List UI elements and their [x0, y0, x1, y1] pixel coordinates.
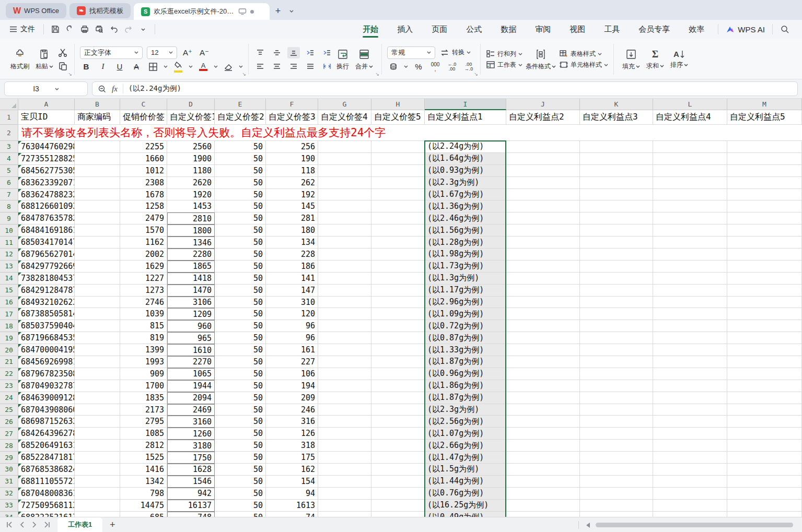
cell-J24[interactable] — [506, 392, 580, 404]
cell-K29[interactable] — [580, 452, 653, 464]
cell-C18[interactable]: 815 — [120, 320, 167, 332]
cell-I17[interactable]: (以1.09g为例) — [425, 308, 506, 320]
cell-A3[interactable]: 763044760298 — [18, 141, 75, 153]
cell-D34[interactable]: 748 — [167, 512, 215, 517]
cell-C12[interactable]: 2002 — [120, 249, 167, 261]
column-header-K[interactable]: K — [580, 99, 653, 110]
cell-J21[interactable] — [506, 356, 580, 368]
row-header-25[interactable]: 25 — [0, 404, 18, 416]
cell-M1[interactable]: 自定义利益点5 — [727, 110, 802, 125]
cell-J20[interactable] — [506, 344, 580, 356]
cell-C23[interactable]: 1700 — [120, 380, 167, 392]
row-header-33[interactable]: 33 — [0, 500, 18, 512]
cell-M29[interactable] — [727, 452, 802, 464]
cell-D8[interactable]: 1453 — [167, 200, 215, 212]
cell-A20[interactable]: 684700004195 — [18, 344, 75, 356]
align-middle-button[interactable] — [271, 47, 283, 58]
cell-E11[interactable]: 50 — [215, 237, 266, 249]
cell-K31[interactable] — [580, 476, 653, 488]
cell-K1[interactable]: 自定义利益点3 — [580, 110, 653, 125]
cell-E28[interactable]: 50 — [215, 440, 266, 452]
cell-I18[interactable]: (以0.72g为例) — [425, 320, 506, 332]
cell-H11[interactable] — [371, 237, 425, 249]
cell-C9[interactable]: 2479 — [120, 212, 167, 224]
cell-E23[interactable]: 50 — [215, 380, 266, 392]
cell-L25[interactable] — [653, 404, 727, 416]
cell-C1[interactable]: 促销价价签 — [120, 110, 167, 125]
cut-button[interactable] — [56, 47, 69, 58]
font-name-select[interactable]: 正文字体 — [80, 46, 143, 59]
cell-B10[interactable] — [75, 224, 120, 237]
cell-D18[interactable]: 960 — [167, 320, 215, 332]
tab-home[interactable]: 开始 — [353, 20, 388, 39]
cell-M31[interactable] — [727, 476, 802, 488]
row-header-19[interactable]: 19 — [0, 332, 18, 344]
cell-B4[interactable] — [75, 153, 120, 165]
cell-G8[interactable] — [318, 200, 371, 212]
cell-M32[interactable] — [727, 488, 802, 500]
cell-M20[interactable] — [727, 344, 802, 356]
cell-C24[interactable]: 1835 — [120, 392, 167, 404]
cell-H14[interactable] — [371, 273, 425, 285]
row-header-1[interactable]: 1 — [0, 110, 18, 125]
cell-C20[interactable]: 1399 — [120, 344, 167, 356]
cell-L19[interactable] — [653, 332, 727, 344]
borders-button[interactable] — [147, 61, 159, 73]
cell-B23[interactable] — [75, 380, 120, 392]
cell-J30[interactable] — [506, 464, 580, 476]
cell-E16[interactable]: 50 — [215, 297, 266, 309]
cell-L7[interactable] — [653, 189, 727, 201]
alignment-dialog-launcher[interactable]: ↘ — [375, 72, 379, 77]
cell-H15[interactable] — [371, 285, 425, 297]
cell-L27[interactable] — [653, 428, 727, 440]
row-header-2[interactable]: 2 — [0, 125, 18, 141]
first-sheet-button[interactable] — [3, 518, 16, 531]
cell-F4[interactable]: 190 — [266, 153, 318, 165]
cell-A22[interactable]: 687967823508 — [18, 368, 75, 380]
cell-H18[interactable] — [371, 320, 425, 332]
cell-B16[interactable] — [75, 297, 120, 309]
chevron-down-icon[interactable] — [239, 65, 243, 68]
cell-C25[interactable]: 2173 — [120, 404, 167, 416]
cell-F32[interactable]: 94 — [266, 488, 318, 500]
cell-F20[interactable]: 161 — [266, 344, 318, 356]
cell-C15[interactable]: 1273 — [120, 285, 167, 297]
cell-B17[interactable] — [75, 308, 120, 320]
quick-access-more-button[interactable] — [136, 22, 150, 36]
cell-F3[interactable]: 256 — [266, 141, 318, 153]
cell-H31[interactable] — [371, 476, 425, 488]
cell-D14[interactable]: 1418 — [167, 273, 215, 285]
row-header-34[interactable]: 34 — [0, 512, 18, 517]
row-header-31[interactable]: 31 — [0, 476, 18, 488]
cell-C11[interactable]: 1162 — [120, 237, 167, 249]
distributed-button[interactable] — [321, 61, 333, 72]
cell-G20[interactable] — [318, 344, 371, 356]
cell-E29[interactable]: 50 — [215, 452, 266, 464]
cell-B19[interactable] — [75, 332, 120, 344]
font-color-button[interactable]: A — [197, 61, 210, 73]
cell-I31[interactable]: (以1.44g为例) — [425, 476, 506, 488]
cell-K32[interactable] — [580, 488, 653, 500]
tab-efficiency[interactable]: 效率 — [679, 20, 714, 39]
cell-J25[interactable] — [506, 404, 580, 416]
cell-H20[interactable] — [371, 344, 425, 356]
cell-F21[interactable]: 227 — [266, 356, 318, 368]
cell-M5[interactable] — [727, 165, 802, 177]
cell-B5[interactable] — [75, 165, 120, 177]
row-header-11[interactable]: 11 — [0, 237, 18, 249]
cell-I13[interactable]: (以1.73g为例) — [425, 261, 506, 273]
cell-F30[interactable]: 162 — [266, 464, 318, 476]
cell-J12[interactable] — [506, 249, 580, 261]
cell-K12[interactable] — [580, 249, 653, 261]
cell-J33[interactable] — [506, 500, 580, 512]
cell-D13[interactable]: 1865 — [167, 261, 215, 273]
cell-K15[interactable] — [580, 285, 653, 297]
cell-G27[interactable] — [318, 428, 371, 440]
cell-D11[interactable]: 1346 — [167, 237, 215, 249]
sort-button[interactable]: A 排序 — [667, 49, 691, 70]
cell-M15[interactable] — [727, 285, 802, 297]
cell-K16[interactable] — [580, 297, 653, 309]
chevron-down-icon[interactable] — [404, 65, 408, 68]
cell-H29[interactable] — [371, 452, 425, 464]
cell-G31[interactable] — [318, 476, 371, 488]
